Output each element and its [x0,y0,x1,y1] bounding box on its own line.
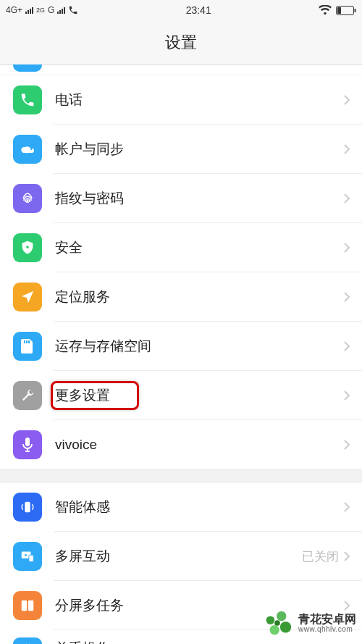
row-storage-label: 运存与存储空间 [55,337,343,356]
signal-icon-2 [57,7,65,14]
svg-point-18 [274,620,280,626]
status-time: 23:41 [186,4,211,16]
chevron-right-icon [343,439,350,451]
chevron-right-icon [343,501,350,513]
mic-icon [13,430,42,459]
row-phone-label: 电话 [55,91,343,109]
chevron-right-icon [343,193,350,204]
status-bar: 4G+ 2G G 23:41 [0,0,362,20]
row-more-settings[interactable]: 更多设置 [0,371,362,420]
wrench-icon [13,381,42,410]
row-account[interactable]: 帐户与同步 [0,125,362,174]
row-location-label: 定位服务 [55,288,343,306]
row-fingerprint-label: 指纹与密码 [55,189,343,208]
row-fingerprint[interactable]: 指纹与密码 [0,174,362,223]
svg-rect-5 [26,340,28,343]
motion-sense-icon [13,493,42,522]
location-icon [13,283,42,311]
status-right [319,5,356,15]
net-label-g: G [48,5,54,15]
chevron-right-icon [343,143,350,155]
svg-rect-2 [337,7,341,14]
watermark-title: 青花安卓网 [298,613,356,626]
section-separator [0,469,362,482]
svg-point-3 [26,246,29,248]
onehand-icon [13,637,42,644]
chevron-right-icon [343,551,350,562]
row-vivoice[interactable]: vivoice [0,420,362,469]
page-title: 设置 [165,32,197,54]
sdcard-icon [13,332,42,361]
svg-rect-10 [29,555,33,561]
row-motion[interactable]: 智能体感 [0,482,362,532]
svg-rect-8 [25,502,30,513]
shield-icon [13,233,42,262]
fingerprint-icon [13,184,42,213]
row-multiscreen[interactable]: 多屏互动 已关闭 [0,532,362,581]
watermark-url: www.qhhlv.com [298,625,356,633]
row-account-label: 帐户与同步 [55,140,343,159]
chevron-right-icon [343,242,350,254]
row-location[interactable]: 定位服务 [0,272,362,322]
svg-point-15 [277,611,286,621]
row-security-label: 安全 [55,238,343,257]
row-multiscreen-label: 多屏互动 [55,547,302,566]
chevron-right-icon [343,340,350,352]
battery-icon [336,6,356,15]
splitscreen-icon [13,591,42,620]
watermark-logo-icon [261,606,294,640]
multiscreen-icon [13,542,42,571]
phone-icon [13,85,42,114]
signal-icon-1 [25,7,33,14]
chevron-right-icon [343,390,350,401]
row-onehand-label: 单手操作 [55,639,350,644]
call-icon [68,5,78,15]
row-vivoice-label: vivoice [55,437,343,453]
row-motion-label: 智能体感 [55,498,343,517]
cloud-sync-icon [13,135,42,164]
svg-rect-13 [28,601,33,611]
partial-row-top[interactable] [0,65,362,75]
net-label-2g: 2G [36,7,45,14]
svg-point-17 [269,625,279,635]
settings-list-1: 电话 帐户与同步 指纹与密码 安全 定位服务 [0,65,362,469]
svg-point-14 [266,616,275,624]
row-phone[interactable]: 电话 [0,75,362,125]
row-multiscreen-value: 已关闭 [302,548,339,565]
svg-rect-4 [24,340,25,343]
wifi-icon [319,5,332,15]
row-security[interactable]: 安全 [0,223,362,272]
svg-rect-1 [354,9,355,12]
svg-rect-6 [28,340,30,343]
chevron-right-icon [343,291,350,303]
page-header: 设置 [0,20,362,65]
status-left: 4G+ 2G G [6,5,78,15]
svg-rect-7 [25,438,30,446]
row-more-label: 更多设置 [55,386,343,405]
svg-rect-12 [22,601,27,611]
svg-point-16 [280,622,291,632]
watermark: 青花安卓网 www.qhhlv.com [261,606,356,640]
net-label-4g: 4G+ [6,5,22,15]
chevron-right-icon [343,94,350,106]
row-storage[interactable]: 运存与存储空间 [0,322,362,371]
